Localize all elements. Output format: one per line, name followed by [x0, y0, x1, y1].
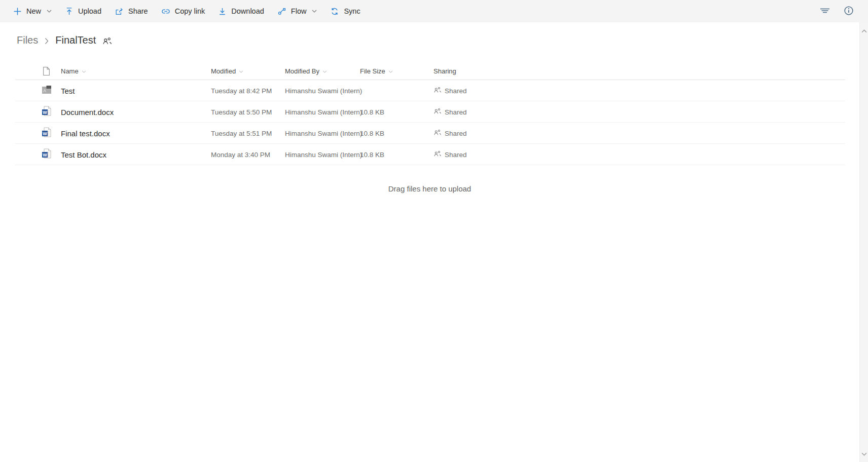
file-size: 10.8 KB: [360, 108, 384, 115]
breadcrumb: Files FinalTest: [17, 34, 112, 46]
scroll-down-button[interactable]: [860, 449, 868, 458]
file-modified: Tuesday at 5:50 PM: [211, 108, 272, 115]
flow-icon: [277, 7, 286, 16]
plus-icon: [13, 7, 22, 16]
file-name[interactable]: Test Bot.docx: [61, 150, 106, 159]
word-file-icon: W: [42, 148, 52, 161]
sharing-status[interactable]: Shared: [433, 86, 467, 95]
column-header-name[interactable]: Name: [61, 67, 86, 75]
table-row[interactable]: W A Test Bot.docx Monday at 3:40 PM Hima…: [15, 144, 845, 165]
breadcrumb-files[interactable]: Files: [17, 34, 38, 46]
svg-text:W: W: [43, 131, 47, 136]
download-button-label: Download: [231, 7, 264, 15]
view-options-button[interactable]: [819, 7, 830, 16]
shared-people-icon: [433, 129, 442, 137]
flow-button-label: Flow: [291, 7, 307, 15]
column-header-name-label: Name: [61, 67, 79, 75]
view-options-icon: [819, 7, 830, 16]
sharing-status[interactable]: Shared: [433, 150, 467, 159]
shared-people-icon: [433, 150, 442, 159]
sync-button-label: Sync: [344, 7, 360, 15]
file-modified-by: Himanshu Swami (Intern): [285, 150, 362, 158]
file-size: 10.8 KB: [360, 150, 384, 158]
svg-text:W: W: [43, 109, 47, 114]
file-list: W A Test Tuesday at 8:42 PM Himanshu Swa…: [15, 80, 845, 165]
share-button[interactable]: Share: [108, 0, 155, 22]
command-bar-right: [819, 0, 854, 22]
word-file-icon: W: [42, 105, 52, 118]
chevron-down-icon: [47, 10, 52, 13]
scroll-up-button[interactable]: [860, 26, 868, 35]
file-size: 10.8 KB: [360, 129, 384, 137]
file-name[interactable]: Test: [61, 86, 75, 95]
chevron-down-icon: [82, 70, 86, 73]
sharing-label: Shared: [445, 129, 467, 137]
sync-button[interactable]: Sync: [323, 0, 367, 22]
info-button[interactable]: [844, 6, 854, 17]
sharing-label: Shared: [445, 150, 467, 158]
table-row[interactable]: W A Test Tuesday at 8:42 PM Himanshu Swa…: [15, 80, 845, 101]
column-header-file-size[interactable]: File Size: [360, 67, 393, 75]
share-icon: [115, 7, 124, 16]
table-header: Name Modified Modified By File Size Shar…: [15, 63, 845, 80]
file-modified-by: Himanshu Swami (Intern): [285, 129, 362, 137]
chevron-down-icon: [312, 10, 317, 13]
file-modified: Monday at 3:40 PM: [211, 150, 270, 158]
column-header-modified[interactable]: Modified: [211, 67, 243, 75]
copy-link-button-label: Copy link: [175, 7, 205, 15]
word-file-icon: W: [42, 127, 52, 139]
upload-button-label: Upload: [78, 7, 101, 15]
download-icon: [218, 7, 227, 16]
svg-text:W: W: [43, 152, 47, 157]
shared-people-icon: [433, 107, 442, 116]
folder-icon: A: [42, 85, 52, 96]
chevron-down-icon: [388, 70, 393, 73]
file-modified: Tuesday at 8:42 PM: [211, 87, 272, 94]
file-name[interactable]: Document.docx: [61, 107, 114, 116]
column-header-modified-by[interactable]: Modified By: [285, 67, 327, 75]
column-header-modified-label: Modified: [211, 67, 236, 75]
download-button[interactable]: Download: [211, 0, 271, 22]
chevron-up-icon: [861, 27, 867, 34]
upload-icon: [65, 7, 74, 16]
column-header-sharing-label: Sharing: [433, 67, 456, 75]
column-header-modified-by-label: Modified By: [285, 67, 319, 75]
table-row[interactable]: W A Document.docx Tuesday at 5:50 PM Him…: [15, 101, 845, 123]
dropzone-hint: Drag files here to upload: [0, 184, 859, 193]
copy-link-button[interactable]: Copy link: [155, 0, 212, 22]
svg-text:A: A: [43, 88, 46, 93]
file-name[interactable]: Final test.docx: [61, 129, 110, 137]
file-table: Name Modified Modified By File Size Shar…: [15, 63, 845, 165]
shared-people-icon: [433, 86, 442, 95]
column-header-file-size-label: File Size: [360, 67, 385, 75]
table-row[interactable]: W A Final test.docx Tuesday at 5:51 PM H…: [15, 123, 845, 144]
chevron-down-icon: [239, 70, 243, 73]
chevron-right-icon: [45, 37, 49, 45]
sharing-label: Shared: [445, 87, 467, 94]
file-modified: Tuesday at 5:51 PM: [211, 129, 272, 137]
share-button-label: Share: [128, 7, 148, 15]
vertical-scrollbar[interactable]: [859, 22, 868, 462]
new-button[interactable]: New: [7, 0, 58, 22]
sharing-label: Shared: [445, 108, 467, 115]
sharing-status[interactable]: Shared: [433, 107, 467, 116]
file-modified-by: Himanshu Swami (Intern): [285, 108, 362, 115]
shared-people-icon: [102, 37, 112, 45]
flow-button[interactable]: Flow: [271, 0, 324, 22]
upload-button[interactable]: Upload: [58, 0, 108, 22]
file-modified-by: Himanshu Swami (Intern): [285, 87, 362, 94]
command-bar: New Upload Share Copy link Download Flow: [0, 0, 868, 22]
chevron-down-icon: [861, 450, 867, 457]
sync-icon: [330, 7, 339, 16]
column-header-sharing[interactable]: Sharing: [433, 67, 456, 75]
copy-link-icon: [161, 7, 170, 16]
file-type-column-icon[interactable]: [43, 66, 50, 78]
new-button-label: New: [26, 7, 41, 15]
info-icon: [844, 6, 854, 17]
chevron-down-icon: [322, 70, 327, 73]
breadcrumb-current[interactable]: FinalTest: [55, 34, 96, 46]
sharing-status[interactable]: Shared: [433, 129, 467, 137]
